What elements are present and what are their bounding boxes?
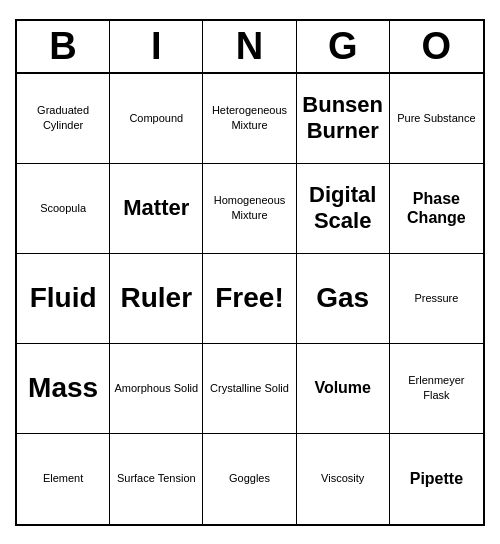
bingo-cell: Ruler: [110, 254, 203, 344]
bingo-cell: Element: [17, 434, 110, 524]
bingo-header: BINGO: [17, 21, 483, 74]
bingo-cell: Graduated Cylinder: [17, 74, 110, 164]
cell-label: Fluid: [30, 281, 97, 315]
bingo-cell: Free!: [203, 254, 296, 344]
bingo-cell: Compound: [110, 74, 203, 164]
bingo-cell: Heterogeneous Mixture: [203, 74, 296, 164]
cell-label: Matter: [123, 195, 189, 221]
cell-label: Amorphous Solid: [114, 381, 198, 396]
cell-label: Scoopula: [40, 201, 86, 216]
bingo-letter: N: [203, 21, 296, 72]
bingo-letter: I: [110, 21, 203, 72]
bingo-cell: Homogeneous Mixture: [203, 164, 296, 254]
cell-label: Gas: [316, 281, 369, 315]
bingo-card: BINGO Graduated CylinderCompoundHeteroge…: [15, 19, 485, 526]
cell-label: Goggles: [229, 471, 270, 486]
bingo-cell: Digital Scale: [297, 164, 390, 254]
bingo-cell: Mass: [17, 344, 110, 434]
bingo-cell: Pure Substance: [390, 74, 483, 164]
cell-label: Pressure: [414, 291, 458, 306]
cell-label: Free!: [215, 281, 283, 315]
bingo-cell: Fluid: [17, 254, 110, 344]
bingo-cell: Erlenmeyer Flask: [390, 344, 483, 434]
cell-label: Surface Tension: [117, 471, 196, 486]
cell-label: Crystalline Solid: [210, 381, 289, 396]
cell-label: Graduated Cylinder: [21, 103, 105, 133]
cell-label: Homogeneous Mixture: [207, 193, 291, 223]
bingo-cell: Surface Tension: [110, 434, 203, 524]
bingo-cell: Volume: [297, 344, 390, 434]
bingo-cell: Amorphous Solid: [110, 344, 203, 434]
bingo-cell: Scoopula: [17, 164, 110, 254]
bingo-cell: Pipette: [390, 434, 483, 524]
bingo-cell: Phase Change: [390, 164, 483, 254]
bingo-letter: O: [390, 21, 483, 72]
bingo-cell: Gas: [297, 254, 390, 344]
bingo-cell: Viscosity: [297, 434, 390, 524]
bingo-letter: G: [297, 21, 390, 72]
bingo-letter: B: [17, 21, 110, 72]
cell-label: Volume: [314, 378, 371, 397]
cell-label: Pipette: [410, 469, 463, 488]
bingo-cell: Goggles: [203, 434, 296, 524]
cell-label: Erlenmeyer Flask: [394, 373, 479, 403]
cell-label: Digital Scale: [301, 182, 385, 235]
bingo-cell: Crystalline Solid: [203, 344, 296, 434]
cell-label: Heterogeneous Mixture: [207, 103, 291, 133]
cell-label: Bunsen Burner: [301, 92, 385, 145]
bingo-cell: Pressure: [390, 254, 483, 344]
cell-label: Phase Change: [394, 189, 479, 227]
cell-label: Mass: [28, 371, 98, 405]
bingo-cell: Matter: [110, 164, 203, 254]
cell-label: Ruler: [121, 281, 193, 315]
cell-label: Pure Substance: [397, 111, 475, 126]
cell-label: Element: [43, 471, 83, 486]
cell-label: Viscosity: [321, 471, 364, 486]
cell-label: Compound: [129, 111, 183, 126]
bingo-cell: Bunsen Burner: [297, 74, 390, 164]
bingo-grid: Graduated CylinderCompoundHeterogeneous …: [17, 74, 483, 524]
